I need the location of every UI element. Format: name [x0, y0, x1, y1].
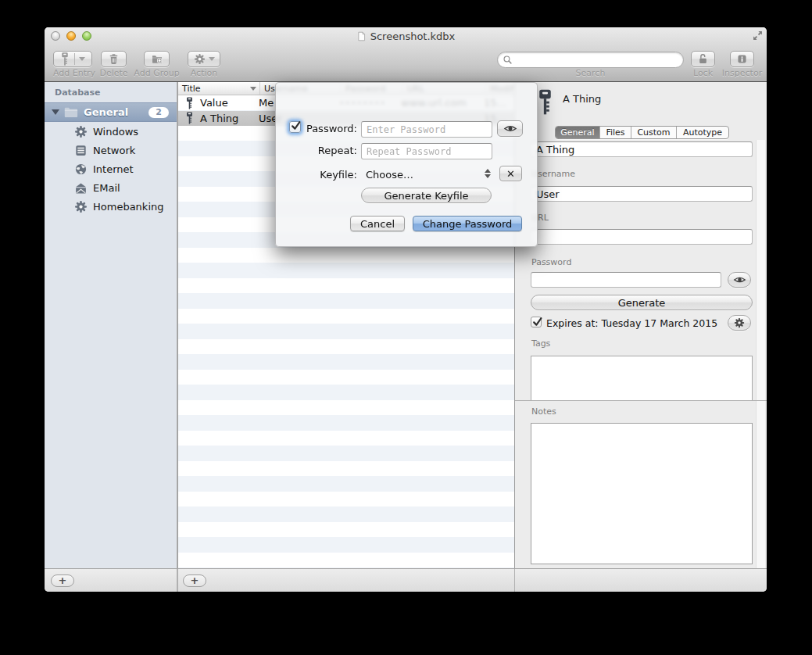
envelope-icon [74, 181, 88, 195]
gear-icon [194, 53, 206, 65]
sidebar-item-label: Homebanking [93, 201, 163, 213]
minimize-button[interactable] [66, 31, 76, 41]
change-password-popover: Password: Enter Password Repeat: Repeat … [275, 82, 538, 247]
password-input[interactable]: Enter Password [361, 121, 492, 138]
chevron-down-icon [79, 57, 85, 61]
title-field[interactable]: A Thing [531, 141, 753, 157]
password-checkbox[interactable] [289, 121, 301, 133]
sidebar-item-label: Windows [93, 126, 138, 138]
sidebar-item-label: Network [93, 145, 135, 156]
zoom-button[interactable] [82, 31, 91, 41]
window-title: Screenshot.kdbx [370, 30, 456, 42]
add-entry-button[interactable] [53, 51, 92, 67]
inspector-panel: A Thing General Files Custom Autotype A … [515, 82, 767, 568]
tab-autotype[interactable]: Autotype [677, 127, 728, 138]
key-icon [185, 112, 194, 124]
tags-field[interactable] [531, 356, 753, 400]
delete-button[interactable] [101, 51, 127, 67]
sidebar-section-header: Database [55, 88, 101, 98]
tab-custom[interactable]: Custom [631, 127, 677, 138]
cell-title: Value [194, 97, 254, 109]
generate-keyfile-label: Generate Keyfile [384, 190, 468, 202]
username-field[interactable]: User [531, 186, 753, 202]
tags-label: Tags [531, 338, 550, 349]
info-icon [736, 53, 748, 65]
scrollbar-track[interactable] [756, 140, 765, 568]
tab-general[interactable]: General [556, 127, 600, 138]
document-icon [356, 30, 367, 42]
sidebar-item-homebanking[interactable]: Homebanking [45, 197, 177, 216]
cancel-button[interactable]: Cancel [350, 216, 405, 231]
globe-icon [74, 163, 88, 176]
inspector-tabs: General Files Custom Autotype [555, 126, 729, 139]
folder-icon [64, 107, 78, 118]
add-group-button[interactable] [144, 51, 170, 67]
key-icon [535, 89, 555, 115]
expires-options-button[interactable] [728, 315, 751, 331]
password-label: Password: [302, 123, 357, 134]
action-button[interactable] [188, 51, 220, 67]
popup-arrows-icon [485, 169, 491, 178]
expires-label: Expires at: Tuesday 17 March 2015 [546, 317, 717, 329]
search-input[interactable] [497, 52, 684, 68]
disclosure-triangle-icon[interactable] [52, 109, 59, 115]
key-icon [60, 52, 70, 66]
add-entry-plus-button[interactable]: + [183, 574, 206, 587]
inspector-entry-title: A Thing [563, 93, 601, 105]
titlebar[interactable]: Screenshot.kdbx [45, 27, 767, 45]
checkmark-icon [290, 120, 302, 132]
group-sidebar: Database General 2 Windows Network Inter… [45, 82, 177, 568]
folder-plus-icon [151, 53, 163, 65]
generate-keyfile-button[interactable]: Generate Keyfile [361, 188, 492, 203]
password-label: Password [531, 257, 571, 267]
sidebar-item-email[interactable]: EMail [45, 178, 177, 197]
fullscreen-icon[interactable] [752, 30, 764, 41]
url-field[interactable] [531, 229, 753, 245]
sidebar-item-label: Internet [93, 163, 134, 175]
username-label: Username [531, 169, 575, 179]
sidebar-item-label: EMail [93, 182, 120, 194]
bottom-bar-sidebar-segment: + [45, 569, 177, 592]
bottom-bar-inspector-segment [515, 569, 767, 592]
clear-keyfile-button[interactable]: ✕ [499, 166, 522, 181]
close-button[interactable] [51, 31, 60, 41]
sidebar-group-general[interactable]: General 2 [45, 102, 177, 122]
keyfile-label: Keyfile: [302, 169, 357, 181]
show-password-button[interactable] [728, 272, 751, 288]
segment-divider [74, 53, 75, 65]
add-group-plus-button[interactable]: + [51, 574, 74, 587]
generate-password-button[interactable]: Generate [531, 295, 753, 310]
add-group-label: Add Group [131, 68, 182, 78]
cell-title: A Thing [194, 113, 254, 124]
eye-icon [733, 275, 746, 285]
column-header-title[interactable]: Title [178, 82, 260, 95]
tab-files[interactable]: Files [600, 127, 631, 138]
lock-button[interactable] [691, 51, 715, 67]
gear-icon [734, 317, 745, 328]
notes-field[interactable] [531, 423, 753, 564]
expires-checkbox[interactable] [531, 317, 542, 328]
password-placeholder: Enter Password [367, 124, 445, 135]
repeat-input[interactable]: Repeat Password [361, 143, 492, 159]
search-label: Search [497, 68, 684, 78]
inspector-divider [515, 400, 767, 401]
sidebar-item-internet[interactable]: Internet [45, 159, 177, 178]
action-label: Action [188, 68, 220, 78]
sidebar-item-windows[interactable]: Windows [45, 122, 177, 141]
keyfile-popup[interactable]: Choose… [366, 169, 413, 181]
sidebar-group-label: General [84, 106, 128, 118]
inspector-button[interactable] [730, 51, 754, 67]
change-password-button[interactable]: Change Password [413, 216, 522, 231]
sort-descending-icon [250, 87, 256, 91]
padlock-open-icon [697, 53, 709, 65]
server-icon [74, 144, 88, 157]
show-password-button[interactable] [497, 120, 523, 137]
repeat-placeholder: Repeat Password [367, 146, 451, 157]
password-field[interactable] [531, 272, 721, 288]
trash-icon [108, 53, 120, 65]
titlebar-toolbar: Screenshot.kdbx Add Entry Delete Add Gro… [45, 27, 767, 82]
notes-label: Notes [531, 406, 556, 417]
sidebar-item-network[interactable]: Network [45, 141, 177, 159]
inspector-label: Inspector [718, 68, 766, 78]
chevron-down-icon [209, 57, 215, 61]
